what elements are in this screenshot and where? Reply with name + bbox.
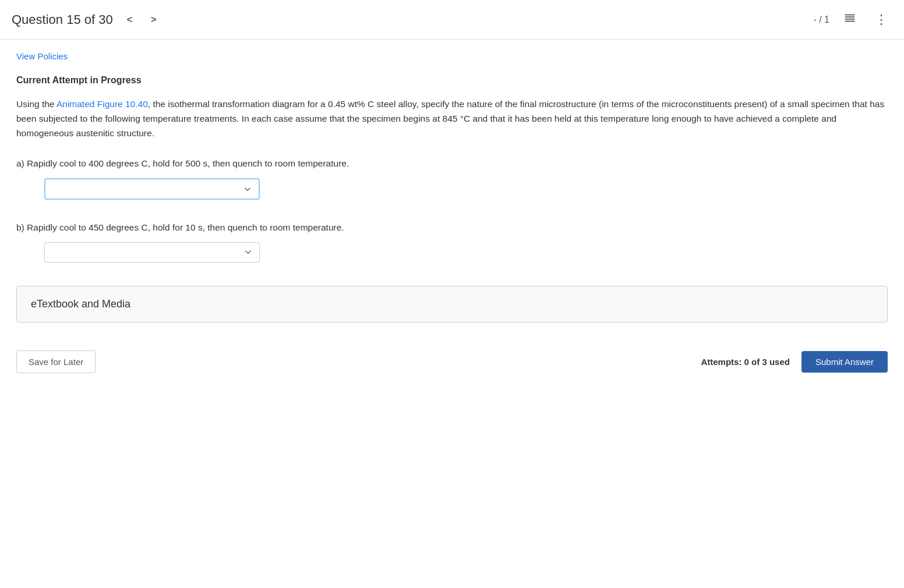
more-options-button[interactable]: ⋮ [870,10,892,30]
attempt-section: Current Attempt in Progress Using the An… [16,75,888,263]
question-title: Question 15 of 30 [12,12,113,27]
content-area: View Policies Current Attempt in Progres… [0,40,904,334]
attempt-label: Current Attempt in Progress [16,75,888,86]
attempts-label: Attempts: 0 of 3 used [701,357,790,367]
header-left: Question 15 of 30 < > [12,12,161,27]
chevron-right-icon: > [151,15,156,25]
submit-answer-button[interactable]: Submit Answer [801,351,888,373]
chevron-left-icon: < [127,15,132,25]
etextbook-label: eTextbook and Media [31,298,130,310]
score-display: - / 1 [813,15,829,25]
answer-select-b[interactable]: Bainite Martensite Pearlite Martensite +… [44,242,260,263]
sub-question-a: a) Rapidly cool to 400 degrees C, hold f… [16,157,888,200]
animated-figure-link[interactable]: Animated Figure 10.40 [57,99,148,109]
header: Question 15 of 30 < > - / 1 ⋮ [0,0,904,40]
answer-select-a[interactable]: Bainite Martensite Pearlite Martensite +… [44,178,260,200]
prev-button[interactable]: < [122,12,137,27]
next-button[interactable]: > [146,12,161,27]
question-text: Using the Animated Figure 10.40, the iso… [16,97,888,140]
sub-question-a-text: a) Rapidly cool to 400 degrees C, hold f… [16,157,888,171]
question-intro-start: Using the [16,99,57,109]
list-icon [843,14,856,27]
more-icon: ⋮ [875,12,888,27]
sub-question-b: b) Rapidly cool to 450 degrees C, hold f… [16,221,888,263]
dropdown-wrapper-a: Bainite Martensite Pearlite Martensite +… [44,178,888,200]
footer: Save for Later Attempts: 0 of 3 used Sub… [0,341,904,382]
footer-right: Attempts: 0 of 3 used Submit Answer [701,351,888,373]
save-later-button[interactable]: Save for Later [16,350,96,373]
dropdown-wrapper-b: Bainite Martensite Pearlite Martensite +… [44,242,888,263]
header-right: - / 1 ⋮ [813,9,892,30]
view-policies-link[interactable]: View Policies [16,51,68,61]
etextbook-section: eTextbook and Media [16,286,888,323]
list-icon-button[interactable] [839,9,861,30]
sub-question-b-text: b) Rapidly cool to 450 degrees C, hold f… [16,221,888,235]
